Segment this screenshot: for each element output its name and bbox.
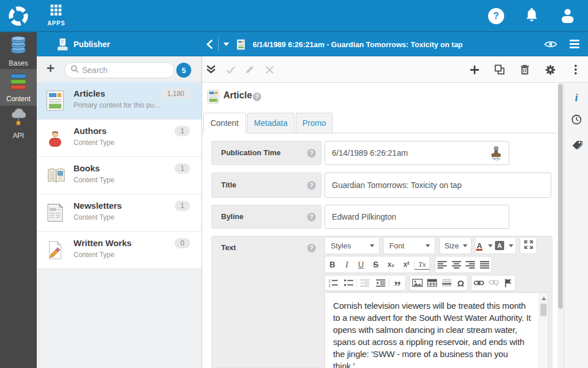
search-icon [71, 65, 79, 75]
link-icon[interactable] [471, 275, 486, 290]
align-right-icon[interactable] [463, 256, 478, 273]
help-icon[interactable]: ? [307, 213, 316, 221]
scroll-up-arrow-icon[interactable] [541, 297, 546, 300]
strikethrough-button[interactable]: S [369, 256, 384, 273]
kebab-menu-icon[interactable] [569, 63, 582, 76]
panel-scrollbar[interactable] [558, 83, 564, 368]
project-sidebar: Bases Content API [0, 32, 37, 368]
horizontal-rule-icon[interactable] [439, 275, 454, 290]
filter-count-badge[interactable]: 5 [176, 63, 191, 78]
italic-button[interactable]: I [340, 256, 354, 273]
item-count-badge: 1,180 [161, 89, 190, 99]
increase-indent-icon[interactable] [373, 275, 389, 290]
account-button[interactable] [559, 8, 576, 24]
text-color-button[interactable]: A [475, 237, 483, 254]
sidebar-item-content[interactable]: Content [0, 69, 37, 106]
content-type-list: Articles Primary content for this pu... … [37, 82, 202, 269]
numbered-list-icon[interactable]: 12 [325, 275, 341, 290]
chevron-down-icon[interactable] [223, 43, 229, 46]
field-label: Text [221, 243, 236, 252]
bg-color-button[interactable]: A [495, 237, 504, 254]
maximize-button[interactable] [520, 237, 537, 254]
editor-text[interactable]: Cornish television viewers will be treat… [325, 293, 539, 368]
tab-promo[interactable]: Promo [296, 113, 332, 133]
title-input[interactable] [324, 172, 551, 198]
link-buttons-group [471, 275, 516, 291]
app-logo[interactable] [7, 5, 30, 28]
size-dropdown[interactable]: Size [439, 237, 471, 254]
person-avatar-icon [45, 128, 66, 148]
grid-icon [51, 5, 62, 18]
scrollbar-thumb[interactable] [540, 304, 547, 316]
field-label: Title [221, 181, 237, 189]
chevron-down-icon [370, 244, 374, 247]
help-icon[interactable]: ? [253, 93, 261, 101]
unlink-icon[interactable] [486, 275, 501, 290]
history-button[interactable] [564, 114, 588, 128]
database-icon [9, 36, 28, 57]
help-icon[interactable]: ? [307, 244, 316, 252]
blockquote-button[interactable]: ” [389, 275, 405, 290]
tags-button[interactable] [564, 139, 588, 153]
subscript-button[interactable]: x₂ [383, 256, 399, 273]
add-icon[interactable] [468, 63, 481, 76]
cancel-x-icon[interactable] [263, 63, 276, 76]
superscript-button[interactable]: x² [399, 256, 414, 273]
help-icon[interactable]: ? [307, 149, 316, 158]
underline-button[interactable]: U [354, 256, 369, 273]
tab-content[interactable]: Content [203, 113, 246, 133]
search-input[interactable] [82, 66, 186, 75]
color-buttons-group: A A [475, 237, 516, 254]
anchor-flag-icon[interactable] [502, 275, 515, 290]
publisher-icon [56, 38, 69, 51]
decrease-indent-icon[interactable] [357, 275, 373, 290]
info-button[interactable]: i [564, 91, 588, 105]
check-in-icon[interactable] [204, 63, 217, 76]
apps-button[interactable]: APPS [45, 5, 68, 29]
field-label-byline: Byline ? [211, 205, 322, 229]
list-item-articles[interactable]: Articles Primary content for this pu... … [37, 82, 202, 120]
list-item-books[interactable]: Books Content Type 1 [37, 157, 202, 194]
list-item-newsletters[interactable]: Newsletters Content Type 1 [37, 194, 202, 232]
preview-eye-icon[interactable] [544, 40, 557, 51]
tab-metadata[interactable]: Metadata [247, 113, 295, 133]
notifications-button[interactable] [523, 7, 540, 25]
scrollbar-thumb[interactable] [558, 84, 563, 309]
sidebar-item-api[interactable]: API [0, 106, 37, 141]
remove-format-button[interactable]: Tx [415, 260, 430, 270]
item-count-badge: 1 [175, 126, 190, 136]
delete-trash-icon[interactable] [519, 63, 531, 76]
list-item-authors[interactable]: Authors Content Type 1 [37, 120, 202, 157]
edit-pencil-icon[interactable] [243, 63, 256, 76]
align-center-icon[interactable] [450, 256, 464, 273]
insert-image-icon[interactable] [410, 275, 424, 290]
menu-icon[interactable] [570, 40, 579, 51]
rich-text-editor[interactable]: Cornish television viewers will be treat… [324, 292, 548, 368]
special-char-button[interactable]: Ω [454, 275, 467, 290]
help-button[interactable]: ? [488, 8, 504, 24]
publication-time-input[interactable] [324, 141, 509, 165]
styles-dropdown[interactable]: Styles [324, 237, 380, 254]
maximize-icon [524, 240, 533, 251]
insert-buttons-group: Ω [409, 275, 468, 291]
bold-button[interactable]: B [325, 256, 340, 273]
justify-icon[interactable] [478, 256, 492, 273]
timestamp-stamp-icon[interactable] [489, 146, 503, 163]
add-content-button[interactable]: + [44, 61, 57, 77]
align-buttons-group [435, 256, 492, 273]
insert-table-icon[interactable] [424, 275, 439, 290]
list-item-subtitle: Content Type [74, 176, 114, 184]
question-mark-icon: ? [493, 11, 499, 21]
align-left-icon[interactable] [435, 256, 450, 273]
approve-check-icon[interactable] [224, 63, 237, 76]
duplicate-icon[interactable] [493, 63, 506, 76]
settings-gear-icon[interactable] [544, 63, 556, 76]
sidebar-item-bases[interactable]: Bases [0, 33, 37, 69]
back-button[interactable] [206, 39, 213, 52]
list-item-written-works[interactable]: Written Works Content Type 0 [37, 232, 202, 269]
editor-scrollbar[interactable] [539, 293, 547, 368]
help-icon[interactable]: ? [307, 181, 316, 190]
bulleted-list-icon[interactable] [341, 275, 356, 290]
byline-input[interactable] [324, 205, 509, 229]
font-dropdown[interactable]: Font [383, 237, 435, 254]
